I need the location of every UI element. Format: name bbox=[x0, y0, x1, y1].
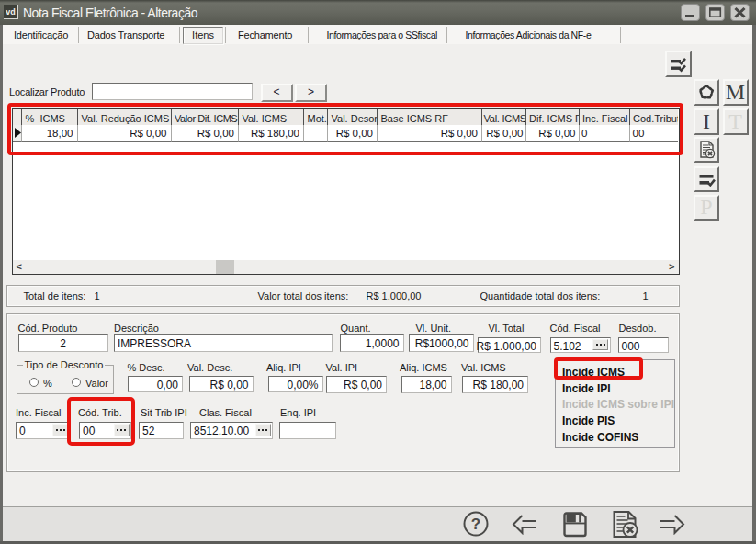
svg-text:?: ? bbox=[470, 516, 480, 533]
